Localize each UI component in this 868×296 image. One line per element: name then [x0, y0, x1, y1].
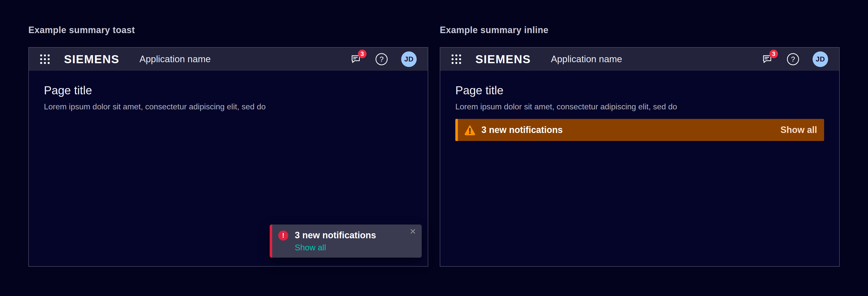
siemens-logo: SIEMENS [475, 52, 531, 66]
page-title: Page title [44, 84, 413, 97]
alarm-icon: ! [278, 231, 288, 240]
toast-notification: ! 3 new notifications Show all ✕ [270, 225, 422, 258]
app-bar: SIEMENS Application name 3 ? JD [440, 48, 839, 71]
inline-show-all-button[interactable]: Show all [780, 125, 817, 135]
page-subtitle: Lorem ipsum dolor sit amet, consectetur … [44, 102, 413, 111]
toast-title: 3 new notifications [295, 230, 376, 240]
application-name: Application name [140, 54, 211, 64]
warning-icon [464, 124, 476, 136]
inline-notification: 3 new notifications Show all [455, 119, 824, 141]
app-launcher-icon[interactable] [451, 54, 461, 64]
app-launcher-icon[interactable] [40, 54, 50, 64]
help-icon[interactable]: ? [376, 53, 388, 65]
panel-toast-example: Example summary toast SIEMENS Applicatio… [28, 25, 428, 267]
application-name: Application name [551, 54, 622, 64]
notifications-button[interactable]: 3 [350, 53, 362, 65]
close-icon[interactable]: ✕ [409, 228, 416, 235]
inline-notification-title: 3 new notifications [482, 125, 563, 135]
notification-count-badge: 3 [769, 50, 778, 58]
stage: Example summary toast SIEMENS Applicatio… [0, 0, 868, 267]
avatar[interactable]: JD [812, 52, 828, 67]
panel-heading: Example summary toast [28, 25, 428, 35]
toast-text: 3 new notifications Show all [295, 230, 376, 252]
siemens-logo: SIEMENS [64, 52, 119, 66]
panel-inline-example: Example summary inline SIEMENS Applicati… [440, 25, 840, 267]
page-content: Page title Lorem ipsum dolor sit amet, c… [440, 71, 839, 266]
notifications-button[interactable]: 3 [762, 53, 773, 65]
app-bar-actions: 3 ? JD [762, 52, 828, 67]
page-title: Page title [455, 84, 824, 97]
app-bar-actions: 3 ? JD [350, 52, 417, 67]
app-frame-inline: SIEMENS Application name 3 ? JD [440, 47, 840, 267]
panel-heading: Example summary inline [440, 25, 840, 35]
page-subtitle: Lorem ipsum dolor sit amet, consectetur … [455, 102, 824, 111]
avatar[interactable]: JD [401, 52, 417, 67]
notification-count-badge: 3 [358, 50, 367, 58]
app-bar: SIEMENS Application name 3 ? JD [29, 48, 428, 71]
toast-show-all-link[interactable]: Show all [295, 243, 326, 252]
app-frame-toast: SIEMENS Application name 3 ? JD [28, 47, 428, 267]
help-icon[interactable]: ? [787, 53, 799, 65]
